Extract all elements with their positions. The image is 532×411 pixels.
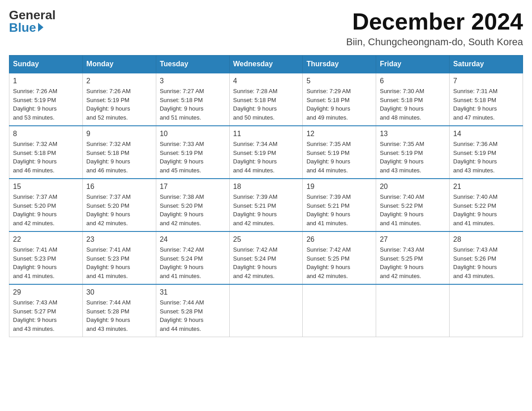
day-header-sunday: Sunday — [9, 56, 83, 73]
day-info: Sunrise: 7:37 AMSunset: 5:20 PMDaylight:… — [13, 193, 79, 227]
day-info: Sunrise: 7:31 AMSunset: 5:18 PMDaylight:… — [453, 87, 519, 122]
calendar-cell: 27 Sunrise: 7:43 AMSunset: 5:25 PMDaylig… — [376, 231, 450, 284]
day-header-tuesday: Tuesday — [156, 56, 229, 73]
day-info: Sunrise: 7:35 AMSunset: 5:19 PMDaylight:… — [306, 140, 372, 175]
calendar-header-row: SundayMondayTuesdayWednesdayThursdayFrid… — [9, 56, 523, 73]
calendar-cell: 28 Sunrise: 7:43 AMSunset: 5:26 PMDaylig… — [450, 231, 523, 284]
day-info: Sunrise: 7:34 AMSunset: 5:19 PMDaylight:… — [233, 140, 299, 175]
calendar-cell — [303, 284, 376, 337]
calendar-cell: 10 Sunrise: 7:33 AMSunset: 5:19 PMDaylig… — [156, 126, 229, 179]
day-number: 28 — [453, 235, 519, 244]
day-info: Sunrise: 7:40 AMSunset: 5:22 PMDaylight:… — [453, 193, 519, 227]
day-number: 21 — [453, 183, 519, 191]
day-number: 6 — [380, 77, 446, 85]
day-info: Sunrise: 7:39 AMSunset: 5:21 PMDaylight:… — [233, 193, 299, 227]
day-number: 11 — [233, 130, 299, 138]
title-area: December 2024 Biin, Chungcheongnam-do, S… — [346, 9, 523, 48]
day-info: Sunrise: 7:35 AMSunset: 5:19 PMDaylight:… — [380, 140, 446, 175]
calendar-cell: 12 Sunrise: 7:35 AMSunset: 5:19 PMDaylig… — [303, 126, 376, 179]
day-info: Sunrise: 7:42 AMSunset: 5:24 PMDaylight:… — [160, 245, 226, 280]
day-info: Sunrise: 7:29 AMSunset: 5:18 PMDaylight:… — [306, 87, 372, 122]
calendar-cell: 4 Sunrise: 7:28 AMSunset: 5:18 PMDayligh… — [229, 73, 303, 126]
day-number: 17 — [160, 183, 226, 191]
calendar-cell — [376, 284, 450, 337]
day-number: 5 — [306, 77, 372, 85]
day-info: Sunrise: 7:38 AMSunset: 5:20 PMDaylight:… — [160, 193, 226, 227]
calendar-cell: 17 Sunrise: 7:38 AMSunset: 5:20 PMDaylig… — [156, 179, 229, 231]
day-number: 26 — [306, 235, 372, 244]
day-info: Sunrise: 7:26 AMSunset: 5:19 PMDaylight:… — [13, 87, 79, 122]
day-number: 29 — [13, 288, 79, 296]
day-number: 1 — [13, 77, 79, 85]
day-header-thursday: Thursday — [303, 56, 376, 73]
calendar-cell: 29 Sunrise: 7:43 AMSunset: 5:27 PMDaylig… — [9, 284, 83, 337]
day-info: Sunrise: 7:41 AMSunset: 5:23 PMDaylight:… — [13, 245, 79, 280]
day-info: Sunrise: 7:43 AMSunset: 5:25 PMDaylight:… — [380, 245, 446, 280]
calendar-cell — [229, 284, 303, 337]
calendar-cell: 25 Sunrise: 7:42 AMSunset: 5:24 PMDaylig… — [229, 231, 303, 284]
day-number: 18 — [233, 183, 299, 191]
calendar-cell: 21 Sunrise: 7:40 AMSunset: 5:22 PMDaylig… — [450, 179, 523, 231]
day-header-saturday: Saturday — [450, 56, 523, 73]
calendar-cell: 31 Sunrise: 7:44 AMSunset: 5:28 PMDaylig… — [156, 284, 229, 337]
header: General Blue December 2024 Biin, Chungch… — [9, 9, 523, 48]
day-number: 16 — [86, 183, 152, 191]
day-number: 23 — [86, 235, 152, 244]
calendar-cell: 2 Sunrise: 7:26 AMSunset: 5:19 PMDayligh… — [82, 73, 156, 126]
calendar-cell: 13 Sunrise: 7:35 AMSunset: 5:19 PMDaylig… — [376, 126, 450, 179]
calendar-week-row: 1 Sunrise: 7:26 AMSunset: 5:19 PMDayligh… — [9, 73, 523, 126]
day-number: 9 — [86, 130, 152, 138]
day-info: Sunrise: 7:30 AMSunset: 5:18 PMDaylight:… — [380, 87, 446, 122]
day-info: Sunrise: 7:44 AMSunset: 5:28 PMDaylight:… — [160, 298, 226, 333]
calendar-cell: 3 Sunrise: 7:27 AMSunset: 5:18 PMDayligh… — [156, 73, 229, 126]
day-info: Sunrise: 7:32 AMSunset: 5:18 PMDaylight:… — [86, 140, 152, 175]
calendar-cell: 5 Sunrise: 7:29 AMSunset: 5:18 PMDayligh… — [303, 73, 376, 126]
day-info: Sunrise: 7:36 AMSunset: 5:19 PMDaylight:… — [453, 140, 519, 175]
day-number: 22 — [13, 235, 79, 244]
month-title: December 2024 — [346, 9, 523, 34]
calendar-cell: 22 Sunrise: 7:41 AMSunset: 5:23 PMDaylig… — [9, 231, 83, 284]
calendar-cell: 24 Sunrise: 7:42 AMSunset: 5:24 PMDaylig… — [156, 231, 229, 284]
day-number: 31 — [160, 288, 226, 296]
calendar-cell: 16 Sunrise: 7:37 AMSunset: 5:20 PMDaylig… — [82, 179, 156, 231]
day-info: Sunrise: 7:42 AMSunset: 5:24 PMDaylight:… — [233, 245, 299, 280]
day-number: 19 — [306, 183, 372, 191]
logo-general-text: General — [9, 9, 56, 21]
day-number: 4 — [233, 77, 299, 85]
day-info: Sunrise: 7:27 AMSunset: 5:18 PMDaylight:… — [160, 87, 226, 122]
day-number: 2 — [86, 77, 152, 85]
day-number: 25 — [233, 235, 299, 244]
day-number: 8 — [13, 130, 79, 138]
day-number: 14 — [453, 130, 519, 138]
calendar-cell: 18 Sunrise: 7:39 AMSunset: 5:21 PMDaylig… — [229, 179, 303, 231]
day-info: Sunrise: 7:41 AMSunset: 5:23 PMDaylight:… — [86, 245, 152, 280]
day-number: 20 — [380, 183, 446, 191]
day-number: 12 — [306, 130, 372, 138]
location-title: Biin, Chungcheongnam-do, South Korea — [346, 36, 523, 48]
calendar-cell: 15 Sunrise: 7:37 AMSunset: 5:20 PMDaylig… — [9, 179, 83, 231]
calendar-cell: 9 Sunrise: 7:32 AMSunset: 5:18 PMDayligh… — [82, 126, 156, 179]
calendar-cell: 20 Sunrise: 7:40 AMSunset: 5:22 PMDaylig… — [376, 179, 450, 231]
day-number: 27 — [380, 235, 446, 244]
day-header-friday: Friday — [376, 56, 450, 73]
day-number: 7 — [453, 77, 519, 85]
day-info: Sunrise: 7:40 AMSunset: 5:22 PMDaylight:… — [380, 193, 446, 227]
day-header-wednesday: Wednesday — [229, 56, 303, 73]
day-number: 10 — [160, 130, 226, 138]
calendar-week-row: 8 Sunrise: 7:32 AMSunset: 5:18 PMDayligh… — [9, 126, 523, 179]
calendar-cell: 7 Sunrise: 7:31 AMSunset: 5:18 PMDayligh… — [450, 73, 523, 126]
calendar-cell: 1 Sunrise: 7:26 AMSunset: 5:19 PMDayligh… — [9, 73, 83, 126]
logo-triangle-icon — [38, 23, 43, 32]
day-info: Sunrise: 7:28 AMSunset: 5:18 PMDaylight:… — [233, 87, 299, 122]
calendar-cell: 19 Sunrise: 7:39 AMSunset: 5:21 PMDaylig… — [303, 179, 376, 231]
calendar-cell: 14 Sunrise: 7:36 AMSunset: 5:19 PMDaylig… — [450, 126, 523, 179]
day-info: Sunrise: 7:33 AMSunset: 5:19 PMDaylight:… — [160, 140, 226, 175]
calendar-cell: 26 Sunrise: 7:42 AMSunset: 5:25 PMDaylig… — [303, 231, 376, 284]
calendar-cell: 30 Sunrise: 7:44 AMSunset: 5:28 PMDaylig… — [82, 284, 156, 337]
day-info: Sunrise: 7:43 AMSunset: 5:27 PMDaylight:… — [13, 298, 79, 333]
calendar-cell: 23 Sunrise: 7:41 AMSunset: 5:23 PMDaylig… — [82, 231, 156, 284]
calendar-cell: 6 Sunrise: 7:30 AMSunset: 5:18 PMDayligh… — [376, 73, 450, 126]
day-number: 24 — [160, 235, 226, 244]
day-number: 3 — [160, 77, 226, 85]
day-info: Sunrise: 7:44 AMSunset: 5:28 PMDaylight:… — [86, 298, 152, 333]
